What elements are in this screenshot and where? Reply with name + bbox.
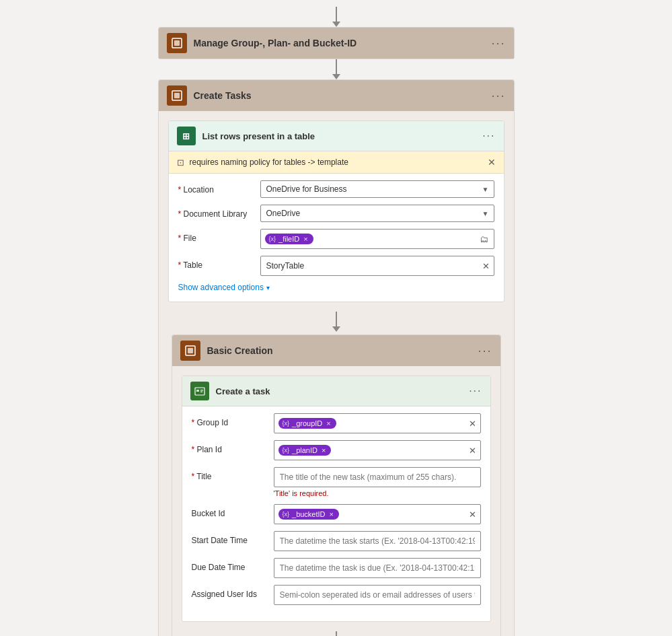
plan-id-clear-button[interactable]: ✕ (469, 446, 476, 456)
doc-library-row: Document Library OneDrive ▼ (178, 205, 494, 222)
file-token-icon: {x} (269, 236, 276, 242)
location-control: OneDrive for Business ▼ (260, 180, 494, 198)
manage-group-section: Manage Group-, Plan- and Bucket-ID ··· (158, 27, 515, 59)
arrow-head (332, 22, 340, 27)
planner-icon (190, 382, 209, 400)
due-date-control (274, 558, 481, 578)
plan-id-label: Plan Id (192, 440, 266, 454)
show-advanced-chevron-icon: ▾ (266, 284, 270, 291)
title-validation-error: 'Title' is required. (274, 489, 481, 497)
location-row: Location OneDrive for Business ▼ (178, 180, 494, 198)
location-select[interactable]: OneDrive for Business (260, 180, 494, 198)
bucket-id-token-remove[interactable]: × (330, 510, 334, 518)
list-rows-title: List rows present in a table (202, 131, 476, 141)
start-date-input[interactable] (274, 531, 481, 551)
plan-id-token-remove[interactable]: × (322, 446, 326, 454)
due-date-label: Due Date Time (192, 558, 266, 572)
svg-rect-3 (174, 93, 180, 98)
task-title-label: Title (192, 467, 266, 481)
plan-id-token[interactable]: {x} _planID × (278, 445, 332, 456)
arrow-head-1 (332, 74, 340, 79)
create-tasks-icon (167, 85, 187, 106)
task-title-row: Title 'Title' is required. (192, 467, 481, 497)
group-id-label: Group Id (192, 413, 266, 427)
show-advanced-button[interactable]: Show advanced options ▾ (178, 283, 494, 292)
table-clear-button[interactable]: ✕ (482, 261, 490, 271)
start-date-row: Start Date Time (192, 531, 481, 551)
create-task-dots[interactable]: ··· (469, 385, 482, 397)
create-task-form: Group Id {x} _groupID × ✕ (182, 407, 490, 621)
bucket-id-input[interactable]: {x} _bucketID × ✕ (274, 504, 481, 524)
arrow-line-inner (336, 312, 337, 326)
create-task-header: Create a task ··· (182, 376, 490, 407)
create-tasks-dots[interactable]: ··· (491, 89, 505, 103)
manage-group-header: Manage Group-, Plan- and Bucket-ID ··· (159, 28, 514, 59)
warning-icon: ⊡ (177, 157, 184, 168)
doc-library-label: Document Library (178, 205, 252, 219)
excel-icon: ⊞ (177, 127, 196, 145)
due-date-row: Due Date Time (192, 558, 481, 578)
bucket-id-control: {x} _bucketID × ✕ (274, 504, 481, 524)
svg-rect-7 (196, 390, 199, 392)
plan-id-input[interactable]: {x} _planID × ✕ (274, 440, 481, 460)
group-id-clear-button[interactable]: ✕ (469, 419, 476, 429)
table-control: StoryTable ✕ (260, 256, 494, 276)
file-label: File (178, 229, 252, 243)
start-date-label: Start Date Time (192, 531, 266, 545)
file-token-remove[interactable]: × (303, 235, 307, 243)
page-container: Manage Group-, Plan- and Bucket-ID ··· C… (0, 0, 672, 636)
list-rows-header: ⊞ List rows present in a table ··· (169, 121, 504, 151)
bucket-id-label: Bucket Id (192, 504, 266, 518)
arrow-line (336, 7, 337, 22)
group-id-row: Group Id {x} _groupID × ✕ (192, 413, 481, 433)
table-value: StoryTable (266, 261, 305, 271)
list-rows-dots[interactable]: ··· (482, 130, 495, 142)
bucket-id-clear-button[interactable]: ✕ (469, 509, 476, 520)
doc-library-select-wrapper[interactable]: OneDrive ▼ (260, 205, 494, 222)
svg-rect-1 (174, 40, 180, 46)
plan-id-row: Plan Id {x} _planID × ✕ (192, 440, 481, 460)
table-input[interactable]: StoryTable ✕ (260, 256, 494, 276)
doc-library-control: OneDrive ▼ (260, 205, 494, 222)
group-id-token[interactable]: {x} _groupID × (278, 418, 336, 429)
manage-group-title: Manage Group-, Plan- and Bucket-ID (194, 38, 485, 48)
group-id-control: {x} _groupID × ✕ (274, 413, 481, 433)
add-action-inner-line (336, 631, 337, 636)
plan-id-control: {x} _planID × ✕ (274, 440, 481, 460)
task-title-control: 'Title' is required. (274, 467, 481, 497)
file-token[interactable]: {x} _fileID × (265, 234, 313, 244)
arrow-connector-1 (332, 59, 340, 79)
svg-rect-8 (200, 390, 203, 391)
basic-creation-title: Basic Creation (207, 345, 472, 356)
task-title-input[interactable] (274, 467, 481, 487)
group-id-token-label: _groupID (292, 419, 322, 427)
group-id-token-remove[interactable]: × (326, 419, 330, 427)
location-label: Location (178, 180, 252, 195)
list-rows-form: Location OneDrive for Business ▼ Documen… (169, 174, 504, 302)
bucket-id-token-icon: {x} (283, 511, 290, 518)
basic-creation-section: Basic Creation ··· (172, 334, 501, 636)
bucket-id-token[interactable]: {x} _bucketID × (278, 509, 339, 520)
due-date-input[interactable] (274, 558, 481, 578)
file-token-label: _fileID (278, 235, 299, 243)
assigned-user-control (274, 585, 481, 605)
plan-id-token-icon: {x} (283, 447, 290, 454)
create-task-action-card: Create a task ··· Group Id {x} _gr (182, 376, 491, 622)
basic-creation-icon (180, 341, 200, 361)
show-advanced-label: Show advanced options (178, 283, 264, 292)
file-browse-icon[interactable]: 🗂 (480, 234, 488, 244)
warning-close-button[interactable]: ✕ (488, 157, 496, 168)
manage-group-dots[interactable]: ··· (491, 36, 505, 50)
basic-creation-dots[interactable]: ··· (478, 344, 492, 358)
location-select-wrapper[interactable]: OneDrive for Business ▼ (260, 180, 494, 198)
file-input[interactable]: {x} _fileID × 🗂 (260, 229, 494, 249)
group-id-token-icon: {x} (283, 420, 290, 427)
svg-rect-5 (188, 348, 193, 353)
assigned-user-input[interactable] (274, 585, 481, 605)
svg-rect-9 (200, 392, 202, 393)
arrow-connector-inner (159, 312, 514, 332)
group-id-input[interactable]: {x} _groupID × ✕ (274, 413, 481, 433)
bucket-id-token-label: _bucketID (292, 510, 326, 518)
doc-library-select[interactable]: OneDrive (260, 205, 494, 222)
top-arrow-connector (332, 7, 340, 27)
